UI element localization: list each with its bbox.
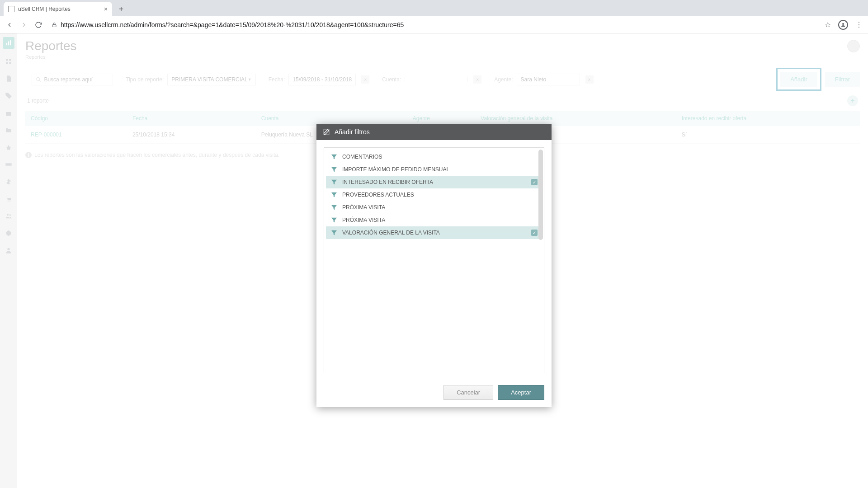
profile-icon[interactable] xyxy=(838,20,848,30)
modal-title: Añadir filtros xyxy=(335,128,370,136)
funnel-icon xyxy=(330,166,338,173)
tabs-bar: uSell CRM | Reportes × + xyxy=(0,0,868,16)
tab-title: uSell CRM | Reportes xyxy=(18,6,71,12)
filter-item[interactable]: PROVEEDORES ACTUALES xyxy=(326,188,542,201)
modal-overlay[interactable]: Añadir filtros COMENTARIOSIMPORTE MÁXIMO… xyxy=(0,33,868,488)
filter-item-label: IMPORTE MÁXIMO DE PEDIDO MENSUAL xyxy=(342,166,449,173)
filter-item-label: VALORACIÓN GENERAL DE LA VISITA xyxy=(342,230,440,236)
forward-button[interactable] xyxy=(20,21,28,29)
svg-rect-0 xyxy=(52,24,56,27)
filter-item[interactable]: INTERESADO EN RECIBIR OFERTA✓ xyxy=(326,176,542,188)
check-icon: ✓ xyxy=(531,179,538,185)
filter-item[interactable]: IMPORTE MÁXIMO DE PEDIDO MENSUAL xyxy=(326,163,542,176)
address-bar: https://www.usellcrm.net/admin/forms/?se… xyxy=(0,16,868,33)
new-tab-button[interactable]: + xyxy=(115,3,127,15)
svg-point-1 xyxy=(842,23,844,25)
lock-icon xyxy=(52,22,57,28)
scrollbar[interactable] xyxy=(538,150,543,240)
filter-item-label: INTERESADO EN RECIBIR OFERTA xyxy=(342,179,433,185)
filter-item[interactable]: PRÓXIMA VISITA xyxy=(326,201,542,214)
filter-item-label: COMENTARIOS xyxy=(342,154,382,160)
funnel-icon xyxy=(330,153,338,160)
filter-item[interactable]: VALORACIÓN GENERAL DE LA VISITA✓ xyxy=(326,226,542,239)
funnel-icon xyxy=(330,191,338,198)
funnel-icon xyxy=(330,229,338,236)
modal-footer: Cancelar Aceptar xyxy=(316,380,552,407)
filter-item-label: PRÓXIMA VISITA xyxy=(342,217,385,223)
menu-icon[interactable]: ⋮ xyxy=(855,20,863,29)
close-tab-icon[interactable]: × xyxy=(104,5,108,13)
url-box[interactable]: https://www.usellcrm.net/admin/forms/?se… xyxy=(49,21,818,28)
bookmark-icon[interactable]: ☆ xyxy=(825,20,831,29)
reload-button[interactable] xyxy=(34,21,42,29)
url-text: https://www.usellcrm.net/admin/forms/?se… xyxy=(61,21,404,28)
funnel-icon xyxy=(330,216,338,224)
filter-item-label: PROVEEDORES ACTUALES xyxy=(342,192,414,198)
edit-icon xyxy=(323,128,330,136)
add-filters-modal: Añadir filtros COMENTARIOSIMPORTE MÁXIMO… xyxy=(316,124,552,407)
cancel-button[interactable]: Cancelar xyxy=(443,385,493,400)
back-button[interactable] xyxy=(5,21,14,29)
modal-header: Añadir filtros xyxy=(316,124,552,140)
filter-item[interactable]: COMENTARIOS xyxy=(326,150,542,163)
funnel-icon xyxy=(330,178,338,186)
check-icon: ✓ xyxy=(531,230,538,236)
browser-chrome: uSell CRM | Reportes × + https://www.use… xyxy=(0,0,868,33)
page-icon xyxy=(8,6,14,12)
filter-item-label: PRÓXIMA VISITA xyxy=(342,204,385,211)
filter-list[interactable]: COMENTARIOSIMPORTE MÁXIMO DE PEDIDO MENS… xyxy=(324,147,544,373)
browser-tab[interactable]: uSell CRM | Reportes × xyxy=(4,2,112,16)
filter-item[interactable]: PRÓXIMA VISITA xyxy=(326,214,542,226)
funnel-icon xyxy=(330,204,338,211)
accept-button[interactable]: Aceptar xyxy=(498,385,544,400)
